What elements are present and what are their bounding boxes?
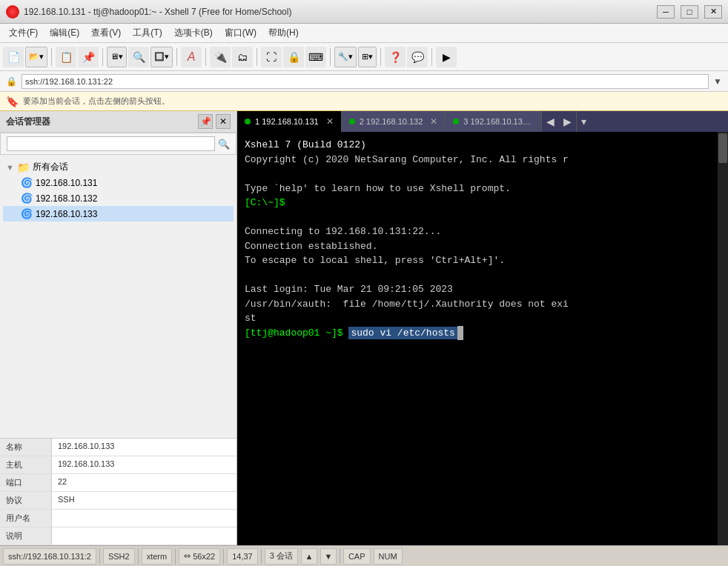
toolbar-disconnect[interactable]: 🔌 [210, 47, 231, 67]
toolbar-sep-7 [380, 48, 381, 66]
toolbar-lock[interactable]: 🔒 [283, 47, 304, 67]
menu-item-文件f[interactable]: 文件(F) [3, 25, 44, 41]
prop-val-protocol: SSH [52, 492, 236, 509]
toolbar-copy[interactable]: 📋 [56, 47, 76, 67]
status-bar: ssh://192.168.10.131:2 SSH2 xterm ⇔ 56x2… [0, 545, 728, 566]
tab-prev-button[interactable]: ◀ [542, 111, 559, 132]
tab-1[interactable]: 1 192.168.10.131 ✕ [237, 111, 342, 132]
toolbar-more[interactable]: ▶ [436, 47, 457, 67]
window-title: 192.168.10.131 - ttj@hadoop01:~ - Xshell… [24, 7, 657, 17]
tab-next-button[interactable]: ▶ [559, 111, 576, 132]
status-up-button[interactable]: ▲ [301, 548, 317, 565]
prop-row-protocol: 协议 SSH [0, 492, 236, 510]
terminal-area: 1 192.168.10.131 ✕ 2 192.168.10.132 ✕ 3 … [237, 111, 728, 545]
toolbar-sep-5 [257, 48, 257, 66]
term-cursor [457, 326, 463, 341]
app-icon [6, 5, 19, 19]
prop-row-description: 说明 [0, 527, 236, 545]
session-manager: 会话管理器 📌 ✕ 🔍 ▼ 📁 所有会话 🌀 192.168.10.131 🌀 … [0, 111, 237, 545]
window-controls: ─ □ ✕ [657, 5, 722, 19]
tab-2[interactable]: 2 192.168.10.132 ✕ [342, 111, 446, 132]
menu-item-查看v[interactable]: 查看(V) [85, 25, 127, 41]
term-line-14: [ttj@hadoop01 ~]$ sudo vi /etc/hosts [245, 326, 721, 341]
status-sep-5 [261, 548, 262, 565]
address-dropdown-icon[interactable]: ▼ [713, 76, 722, 87]
prop-row-name: 名称 192.168.10.133 [0, 439, 236, 456]
prop-key-host: 主机 [0, 456, 52, 473]
tab-1-label: 1 192.168.10.131 [255, 117, 319, 126]
maximize-button[interactable]: □ [681, 5, 698, 19]
prop-val-port: 22 [52, 474, 236, 491]
session-tree: ▼ 📁 所有会话 🌀 192.168.10.131 🌀 192.168.10.1… [0, 155, 236, 438]
tab-menu-button[interactable]: ▾ [576, 111, 591, 132]
toolbar-sep-2 [102, 48, 103, 66]
address-input[interactable] [21, 74, 709, 89]
prop-key-description: 说明 [0, 527, 52, 545]
search-icon[interactable]: 🔍 [218, 139, 230, 150]
toolbar-view-dropdown[interactable]: 🖥▾ [107, 47, 127, 67]
toolbar-layout-dropdown[interactable]: ⊞▾ [358, 47, 377, 67]
title-bar: 192.168.10.131 - ttj@hadoop01:~ - Xshell… [0, 0, 728, 24]
session-close-button[interactable]: ✕ [216, 114, 231, 129]
term-line-12: /usr/bin/xauth: file /home/ttj/.Xauthori… [245, 297, 721, 312]
menu-item-工具t[interactable]: 工具(T) [127, 25, 168, 41]
toolbar-keyboard[interactable]: ⌨ [305, 47, 326, 67]
terminal-content[interactable]: Xshell 7 (Build 0122) Copyright (c) 2020… [237, 132, 728, 545]
status-cap: CAP [343, 548, 371, 565]
status-position: 14,37 [227, 548, 258, 565]
prop-key-username: 用户名 [0, 510, 52, 527]
session-item-131[interactable]: 🌀 192.168.10.131 [3, 175, 234, 190]
tree-collapse-icon: ▼ [6, 163, 14, 172]
toolbar-help[interactable]: ❓ [385, 47, 406, 67]
term-line-13: st [245, 311, 721, 326]
tab-2-close[interactable]: ✕ [430, 116, 437, 127]
term-line-11: Last login: Tue Mar 21 09:21:05 2023 [245, 282, 721, 297]
term-line-6 [245, 210, 721, 225]
toolbar-new[interactable]: 📄 [3, 47, 24, 67]
toolbar-zoom-dropdown[interactable]: 🔲▾ [150, 47, 173, 67]
toolbar-font[interactable]: A [181, 47, 202, 67]
info-bar: 🔖 要添加当前会话，点击左侧的箭头按钮。 [0, 92, 728, 111]
status-down-button[interactable]: ▼ [320, 548, 337, 565]
term-line-5: [C:\~]$ [245, 196, 721, 210]
close-button[interactable]: ✕ [704, 5, 722, 19]
prop-row-username: 用户名 [0, 510, 236, 527]
session-item-132[interactable]: 🌀 192.168.10.132 [3, 190, 234, 206]
tab-3[interactable]: 3 192.168.10.13… [446, 111, 542, 132]
status-size-value: 56x22 [193, 552, 215, 561]
menu-item-编辑e[interactable]: 编辑(E) [44, 25, 85, 41]
toolbar-tools-dropdown[interactable]: 🔧▾ [334, 47, 357, 67]
prop-val-username [52, 510, 236, 527]
term-line-1: Xshell 7 (Build 0122) [245, 138, 721, 153]
toolbar: 📄 📂▾ 📋 📌 🖥▾ 🔍 🔲▾ A 🔌 🗂 ⛶ 🔒 ⌨ 🔧▾ ⊞▾ ❓ 💬 ▶ [0, 43, 728, 71]
toolbar-sftp[interactable]: 🗂 [232, 47, 253, 67]
prop-row-host: 主机 192.168.10.133 [0, 456, 236, 474]
status-sep-6 [340, 548, 340, 565]
session-pin-button[interactable]: 📌 [198, 114, 213, 129]
menu-item-选项卡b[interactable]: 选项卡(B) [168, 25, 219, 41]
toolbar-zoom[interactable]: 🔍 [128, 47, 149, 67]
toolbar-paste[interactable]: 📌 [78, 47, 99, 67]
scrollbar-thumb[interactable] [718, 133, 727, 163]
tab-1-dot [245, 119, 251, 124]
toolbar-chat[interactable]: 💬 [407, 47, 428, 67]
terminal-scrollbar[interactable] [718, 132, 728, 545]
term-prompt: [ttj@hadoop01 ~]$ [245, 327, 343, 339]
toolbar-sep-8 [431, 48, 432, 66]
toolbar-open-dropdown[interactable]: 📂▾ [25, 47, 47, 67]
session-name-131: 192.168.10.131 [36, 178, 97, 188]
session-search-input[interactable] [7, 136, 215, 151]
session-root-item[interactable]: ▼ 📁 所有会话 [3, 159, 234, 175]
session-search-bar: 🔍 [0, 133, 236, 155]
toolbar-fullscreen[interactable]: ⛶ [261, 47, 282, 67]
minimize-button[interactable]: ─ [657, 5, 675, 19]
session-item-133[interactable]: 🌀 192.168.10.133 [3, 206, 234, 222]
tab-3-dot [453, 119, 459, 124]
prop-val-description [52, 527, 236, 545]
menu-item-帮助h[interactable]: 帮助(H) [262, 25, 305, 41]
menu-item-窗口w[interactable]: 窗口(W) [219, 25, 262, 41]
lock-icon: 🔒 [6, 76, 17, 87]
tab-1-close[interactable]: ✕ [326, 116, 334, 127]
session-name-133: 192.168.10.133 [36, 209, 97, 219]
prop-key-name: 名称 [0, 439, 52, 456]
